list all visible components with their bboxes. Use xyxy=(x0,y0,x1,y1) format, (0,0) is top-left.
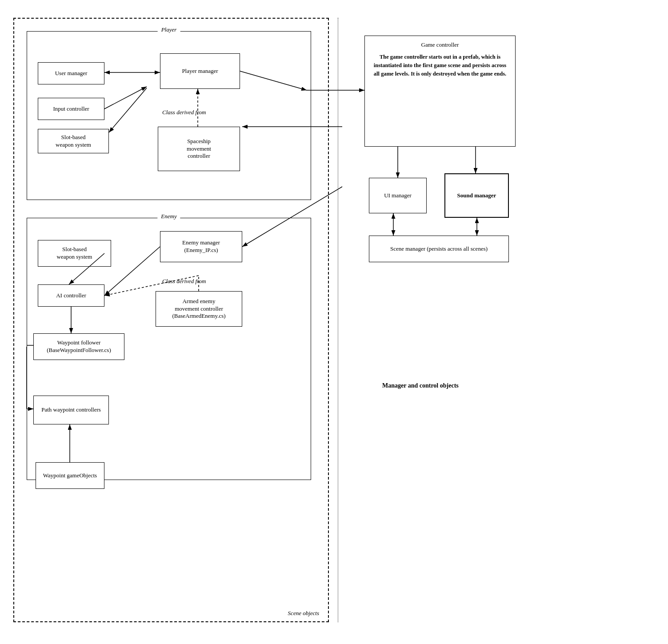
scene-manager-box: Scene manager (persists across all scene… xyxy=(369,236,509,262)
ui-manager-label: UI manager xyxy=(384,192,412,200)
player-section-label: Player xyxy=(158,26,180,33)
scene-objects-label: Scene objects xyxy=(288,610,319,617)
diagram-container: Scene objects Player Enemy User manager … xyxy=(4,9,667,640)
game-controller-description: The game controller starts out in a pref… xyxy=(370,53,510,78)
path-waypoint-box: Path waypoint controllers xyxy=(33,396,109,424)
input-controller-box: Input controller xyxy=(38,98,104,120)
input-controller-label: Input controller xyxy=(53,105,89,113)
vertical-divider xyxy=(338,18,338,622)
slot-weapon-player-label: Slot-basedweapon system xyxy=(56,134,91,149)
game-controller-title: Game controller xyxy=(370,41,510,48)
scene-manager-label: Scene manager (persists across all scene… xyxy=(390,245,488,253)
sound-manager-label: Sound manager xyxy=(457,192,496,200)
slot-weapon-enemy-box: Slot-basedweapon system xyxy=(38,240,111,267)
enemy-manager-box: Enemy manager(Enemy_IP.cs) xyxy=(160,231,242,262)
game-controller-box: Game controller The game controller star… xyxy=(364,36,516,147)
waypoint-follower-box: Waypoint follower(BaseWaypointFollower.c… xyxy=(33,333,124,360)
armed-enemy-movement-label: Armed enemymovement controller(BaseArmed… xyxy=(172,298,225,320)
armed-enemy-movement-box: Armed enemymovement controller(BaseArmed… xyxy=(156,291,242,327)
ai-controller-label: AI controller xyxy=(56,292,86,300)
user-manager-box: User manager xyxy=(38,62,104,84)
path-waypoint-label: Path waypoint controllers xyxy=(41,406,101,414)
enemy-section-label: Enemy xyxy=(157,213,180,220)
waypoint-gameobjects-box: Waypoint gameObjects xyxy=(36,462,104,489)
class-derived-from-1: Class derived from xyxy=(162,109,206,116)
spaceship-movement-box: Spaceshipmovementcontroller xyxy=(158,127,240,171)
sound-manager-box: Sound manager xyxy=(444,173,509,218)
ai-controller-box: AI controller xyxy=(38,284,104,307)
slot-weapon-enemy-label: Slot-basedweapon system xyxy=(57,246,92,261)
manager-control-label: Manager and control objects xyxy=(382,382,459,389)
player-manager-label: Player manager xyxy=(182,68,218,75)
waypoint-gameobjects-label: Waypoint gameObjects xyxy=(43,472,97,480)
slot-weapon-player-box: Slot-basedweapon system xyxy=(38,129,109,153)
ui-manager-box: UI manager xyxy=(369,178,427,213)
spaceship-movement-label: Spaceshipmovementcontroller xyxy=(187,138,211,160)
player-manager-box: Player manager xyxy=(160,53,240,89)
class-derived-from-2: Class derived from xyxy=(162,278,206,285)
user-manager-label: User manager xyxy=(55,70,88,77)
enemy-manager-label: Enemy manager(Enemy_IP.cs) xyxy=(182,239,220,254)
waypoint-follower-label: Waypoint follower(BaseWaypointFollower.c… xyxy=(47,339,111,354)
